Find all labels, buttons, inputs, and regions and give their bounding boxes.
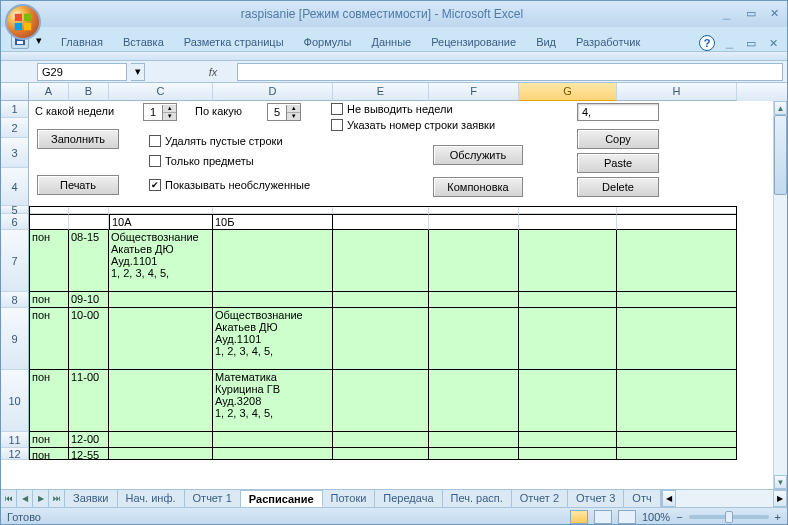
ribbon-tab-formulas[interactable]: Формулы xyxy=(294,33,362,51)
ribbon-tab-view[interactable]: Вид xyxy=(526,33,566,51)
name-box[interactable]: G29 xyxy=(37,63,127,81)
row-header-1[interactable]: 1 xyxy=(1,101,29,118)
minimize-ribbon-icon[interactable]: ＿ xyxy=(721,35,737,51)
scroll-up-arrow-icon[interactable]: ▲ xyxy=(774,101,787,115)
sheet-tab-Потоки[interactable]: Потоки xyxy=(323,490,376,507)
restore-window-icon[interactable]: ▭ xyxy=(743,35,759,51)
help-icon[interactable]: ? xyxy=(699,35,715,51)
close-button[interactable]: ✕ xyxy=(766,7,783,22)
scroll-left-arrow-icon[interactable]: ◀ xyxy=(662,490,676,507)
to-week-spinner[interactable]: 5▲▼ xyxy=(267,103,301,121)
insert-function-button[interactable]: fx xyxy=(203,66,223,78)
row-header-5[interactable]: 5 xyxy=(1,206,29,214)
cell-H5[interactable] xyxy=(617,206,737,214)
sheet-tab-Отчет 2[interactable]: Отчет 2 xyxy=(512,490,568,507)
column-header-B[interactable]: B xyxy=(69,83,109,101)
zoom-in-button[interactable]: + xyxy=(775,511,781,523)
cell-G5[interactable] xyxy=(519,206,617,214)
no-weeks-checkbox[interactable]: Не выводить недели xyxy=(331,103,453,115)
sheet-tab-Печ. расп.[interactable]: Печ. расп. xyxy=(443,490,512,507)
view-page-break-button[interactable] xyxy=(618,510,636,524)
column-header-D[interactable]: D xyxy=(213,83,333,101)
office-button[interactable] xyxy=(5,4,41,40)
paste-button[interactable]: Paste xyxy=(577,153,659,173)
sheet-tab-Заявки[interactable]: Заявки xyxy=(65,490,118,507)
row-header-8[interactable]: 8 xyxy=(1,292,29,308)
ribbon-tab-pagelayout[interactable]: Разметка страницы xyxy=(174,33,294,51)
cell-F5[interactable] xyxy=(429,206,519,214)
column-header-A[interactable]: A xyxy=(29,83,69,101)
sheet-tab-Нач. инф.[interactable]: Нач. инф. xyxy=(118,490,185,507)
row-header-2[interactable]: 2 xyxy=(1,118,29,138)
cell-E5[interactable] xyxy=(333,206,429,214)
spin-down-icon[interactable]: ▼ xyxy=(163,113,176,120)
column-header-F[interactable]: F xyxy=(429,83,519,101)
formula-input[interactable] xyxy=(237,63,783,81)
subject-d-8 xyxy=(213,292,333,308)
row-header-4[interactable]: 4 xyxy=(1,168,29,206)
g-textfield[interactable]: 4, xyxy=(577,103,659,121)
copy-button[interactable]: Copy xyxy=(577,129,659,149)
zoom-slider-knob[interactable] xyxy=(725,511,733,523)
cell-D5[interactable] xyxy=(213,206,333,214)
spin-down-icon[interactable]: ▼ xyxy=(287,113,300,120)
ribbon-tab-insert[interactable]: Вставка xyxy=(113,33,174,51)
tab-nav-prev-icon[interactable]: ◀ xyxy=(17,490,33,507)
row-number-checkbox[interactable]: Указать номер строки заявки xyxy=(331,119,495,131)
select-all-corner[interactable] xyxy=(1,83,29,101)
tab-nav-first-icon[interactable]: ⏮ xyxy=(1,490,17,507)
delete-button[interactable]: Delete xyxy=(577,177,659,197)
row-header-6[interactable]: 6 xyxy=(1,214,29,230)
spin-up-icon[interactable]: ▲ xyxy=(163,105,176,113)
serve-button[interactable]: Обслужить xyxy=(433,145,523,165)
scroll-thumb[interactable] xyxy=(774,115,787,195)
sheet-tab-Отчет 1[interactable]: Отчет 1 xyxy=(185,490,241,507)
row-header-7[interactable]: 7 xyxy=(1,230,29,292)
column-header-E[interactable]: E xyxy=(333,83,429,101)
ribbon-tab-developer[interactable]: Разработчик xyxy=(566,33,650,51)
view-page-layout-button[interactable] xyxy=(594,510,612,524)
cell-A5[interactable] xyxy=(29,206,69,214)
cell-C5[interactable] xyxy=(109,206,213,214)
cell-G10 xyxy=(519,370,617,432)
sheet-tab-Отчет 3[interactable]: Отчет 3 xyxy=(568,490,624,507)
ribbon-tab-home[interactable]: Главная xyxy=(51,33,113,51)
tab-nav-last-icon[interactable]: ⏭ xyxy=(49,490,65,507)
show-unserved-checkbox[interactable]: ✔Показывать необслуженные xyxy=(149,179,310,191)
cell-B5[interactable] xyxy=(69,206,109,214)
print-button[interactable]: Печать xyxy=(37,175,119,195)
fill-button[interactable]: Заполнить xyxy=(37,129,119,149)
only-subjects-checkbox[interactable]: Только предметы xyxy=(149,155,254,167)
name-box-dropdown[interactable]: ▾ xyxy=(131,63,145,81)
sheet-tab-Передача[interactable]: Передача xyxy=(375,490,442,507)
sheet-tab-Отч[interactable]: Отч xyxy=(624,490,660,507)
from-week-spinner[interactable]: 1▲▼ xyxy=(143,103,177,121)
vertical-scrollbar[interactable]: ▲ ▼ xyxy=(773,101,787,489)
row-header-3[interactable]: 3 xyxy=(1,138,29,168)
column-header-C[interactable]: C xyxy=(109,83,213,101)
scroll-down-arrow-icon[interactable]: ▼ xyxy=(774,475,787,489)
zoom-out-button[interactable]: − xyxy=(676,511,682,523)
ribbon-tab-data[interactable]: Данные xyxy=(361,33,421,51)
column-header-G[interactable]: G xyxy=(519,83,617,101)
close-workbook-icon[interactable]: ✕ xyxy=(765,35,781,51)
row-header-12[interactable]: 12 xyxy=(1,448,29,460)
row-header-9[interactable]: 9 xyxy=(1,308,29,370)
column-header-H[interactable]: H xyxy=(617,83,737,101)
delete-empty-checkbox[interactable]: Удалять пустые строки xyxy=(149,135,283,147)
row-header-11[interactable]: 11 xyxy=(1,432,29,448)
row-header-10[interactable]: 10 xyxy=(1,370,29,432)
time-cell-7: 08-15 xyxy=(69,230,109,292)
cells-area[interactable]: С какой недели1▲▼По какую5▲▼ЗаполнитьПеч… xyxy=(29,101,773,489)
restore-button[interactable]: ▭ xyxy=(742,7,760,22)
ribbon-tab-review[interactable]: Рецензирование xyxy=(421,33,526,51)
minimize-button[interactable]: ＿ xyxy=(717,7,736,22)
scroll-right-arrow-icon[interactable]: ▶ xyxy=(773,490,787,507)
view-normal-button[interactable] xyxy=(570,510,588,524)
horizontal-scrollbar[interactable]: ◀ ▶ xyxy=(661,490,787,507)
spin-up-icon[interactable]: ▲ xyxy=(287,105,300,113)
tab-nav-next-icon[interactable]: ▶ xyxy=(33,490,49,507)
layout-button[interactable]: Компоновка xyxy=(433,177,523,197)
zoom-slider[interactable] xyxy=(689,515,769,519)
sheet-tab-Расписание[interactable]: Расписание xyxy=(241,490,323,507)
